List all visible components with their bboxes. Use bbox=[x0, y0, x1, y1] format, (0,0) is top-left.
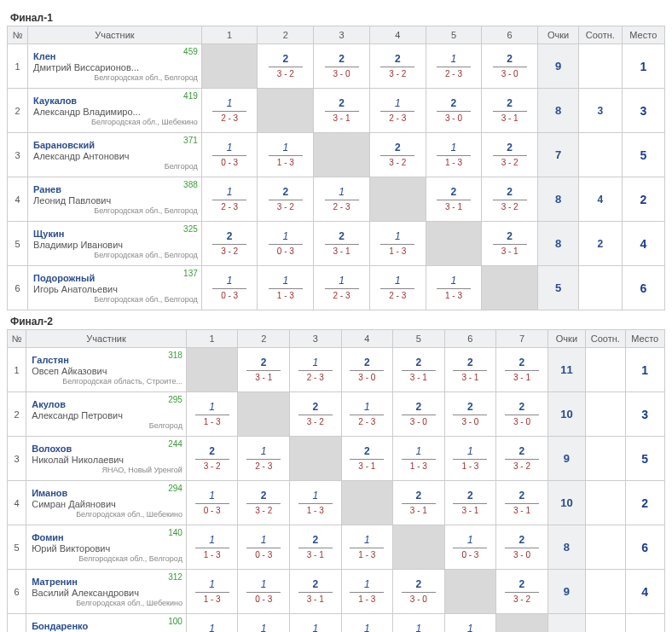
match-score: 1 - 3 bbox=[445, 158, 462, 167]
divider bbox=[453, 503, 487, 504]
rating: 312 bbox=[168, 572, 182, 582]
header-opponent: 1 bbox=[186, 330, 238, 348]
match-score: 3 - 1 bbox=[410, 373, 427, 382]
points-cell: 10 bbox=[547, 392, 585, 437]
match-points: 1 bbox=[330, 187, 353, 198]
fullname: Дмитрий Виссарионов... bbox=[33, 62, 198, 72]
match-score: 2 - 3 bbox=[221, 202, 238, 212]
rating: 318 bbox=[168, 351, 182, 360]
diagonal-cell bbox=[341, 481, 393, 525]
diagonal-cell bbox=[496, 614, 548, 633]
match-score: 1 - 3 bbox=[358, 550, 375, 560]
diagonal-cell bbox=[482, 266, 538, 310]
participant-cell: 388РаневЛеонид ПавловичБелгородская обл.… bbox=[28, 177, 202, 222]
match-score: 2 - 3 bbox=[358, 417, 375, 426]
points-cell: 5 bbox=[538, 266, 579, 310]
match-points: 2 bbox=[498, 142, 521, 154]
match-score: 0 - 3 bbox=[277, 246, 294, 256]
match-score: 3 - 1 bbox=[333, 113, 350, 123]
match-cell: 10 - 3 bbox=[444, 525, 496, 570]
diagonal-cell bbox=[314, 133, 370, 177]
match-points: 1 bbox=[443, 54, 466, 65]
coef-cell: 3 bbox=[579, 89, 622, 133]
match-score: 3 - 0 bbox=[513, 417, 530, 426]
match-cell: 23 - 2 bbox=[482, 177, 538, 222]
match-points: 1 bbox=[218, 98, 241, 109]
divider bbox=[246, 459, 281, 460]
participant-cell: 419КаукаловАлександр Владимиро...Белгоро… bbox=[28, 89, 202, 133]
coef-cell bbox=[586, 481, 625, 525]
match-points: 1 bbox=[252, 446, 275, 457]
header-num: № bbox=[8, 26, 28, 44]
match-cell: 12 - 3 bbox=[289, 614, 341, 633]
divider bbox=[453, 548, 487, 548]
coef-cell bbox=[586, 348, 625, 392]
divider bbox=[298, 592, 333, 593]
divider bbox=[350, 415, 384, 415]
header-participant: Участник bbox=[28, 26, 202, 44]
match-points: 1 bbox=[330, 275, 353, 287]
points-cell: 9 bbox=[547, 437, 585, 481]
place-cell: 2 bbox=[625, 481, 664, 525]
fullname: Александр Петрович bbox=[32, 410, 182, 420]
match-score: 3 - 2 bbox=[204, 461, 221, 471]
row-number: 3 bbox=[8, 133, 28, 177]
match-points: 2 bbox=[252, 490, 275, 502]
participant-cell: 140ФоминЮрий ВикторовичБелгородская обл.… bbox=[26, 525, 187, 570]
match-cell: 23 - 2 bbox=[369, 133, 426, 177]
rating: 137 bbox=[183, 269, 198, 278]
divider bbox=[453, 415, 487, 415]
diagonal-cell bbox=[369, 177, 426, 222]
divider bbox=[325, 200, 359, 200]
divider bbox=[493, 200, 527, 200]
match-points: 1 bbox=[386, 98, 409, 109]
coef-cell bbox=[579, 44, 622, 89]
match-score: 3 - 0 bbox=[513, 550, 530, 560]
rating: 140 bbox=[168, 528, 182, 537]
match-cell: 12 - 3 bbox=[369, 266, 426, 310]
header-points: Очки bbox=[538, 26, 579, 44]
row-number: 1 bbox=[8, 348, 26, 392]
points-cell: 6 bbox=[547, 614, 585, 633]
divider bbox=[437, 111, 471, 112]
location: Белгородская обл., Белгород bbox=[33, 73, 198, 82]
match-cell: 23 - 2 bbox=[369, 44, 426, 89]
header-opponent: 7 bbox=[496, 330, 548, 348]
match-score: 2 - 3 bbox=[255, 461, 272, 471]
divider bbox=[493, 155, 527, 156]
row-number: 3 bbox=[8, 437, 26, 481]
match-cell: 23 - 0 bbox=[393, 392, 445, 437]
divider bbox=[246, 548, 281, 548]
location: Белгородская обл., Белгород bbox=[33, 206, 198, 215]
match-cell: 12 - 3 bbox=[289, 348, 341, 392]
match-cell: 12 - 3 bbox=[201, 89, 258, 133]
divider bbox=[493, 67, 527, 67]
divider bbox=[380, 67, 414, 67]
match-points: 1 bbox=[304, 623, 327, 632]
match-cell: 23 - 2 bbox=[258, 44, 314, 89]
match-points: 1 bbox=[459, 535, 482, 546]
crosstable: №Участник1234567ОчкиСоотн.Место1318Галст… bbox=[7, 329, 665, 632]
match-cell: 23 - 1 bbox=[289, 525, 341, 570]
match-cell: 12 - 3 bbox=[314, 266, 370, 310]
match-points: 1 bbox=[356, 535, 379, 546]
place-cell: 6 bbox=[622, 266, 664, 310]
match-points: 2 bbox=[511, 357, 534, 368]
divider bbox=[269, 244, 303, 245]
row-number: 4 bbox=[8, 481, 26, 525]
match-cell: 23 - 1 bbox=[496, 348, 548, 392]
divider bbox=[505, 415, 539, 415]
match-score: 1 - 3 bbox=[389, 246, 406, 256]
match-points: 1 bbox=[459, 446, 482, 457]
match-points: 1 bbox=[356, 623, 379, 632]
divider bbox=[402, 503, 436, 504]
header-opponent: 6 bbox=[482, 26, 538, 44]
surname: Барановский bbox=[33, 140, 198, 150]
match-score: 1 - 3 bbox=[204, 417, 221, 426]
match-points: 1 bbox=[304, 490, 327, 502]
divider bbox=[195, 503, 229, 504]
points-cell: 11 bbox=[547, 348, 585, 392]
match-score: 3 - 1 bbox=[255, 373, 272, 382]
match-points: 1 bbox=[274, 142, 297, 154]
match-cell: 11 - 3 bbox=[186, 525, 238, 570]
